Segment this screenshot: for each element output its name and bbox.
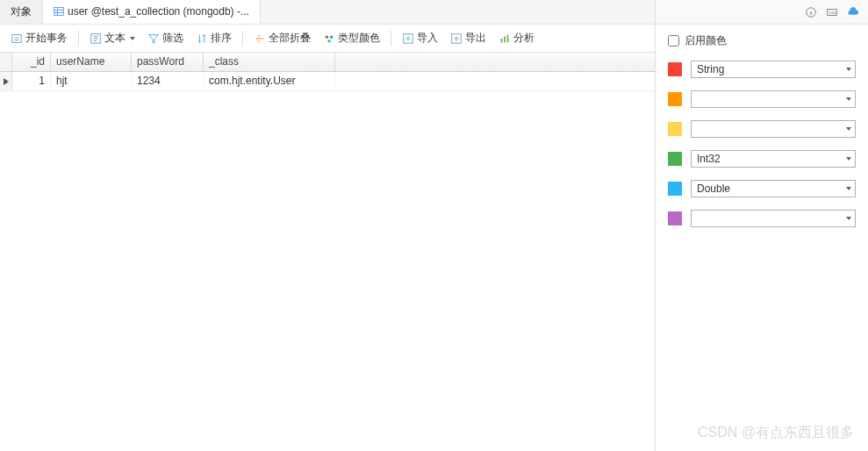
cloud-icon[interactable]: [847, 6, 859, 18]
enable-color-checkbox[interactable]: 启用颜色: [668, 33, 856, 48]
row-marker-header: [0, 53, 12, 71]
color-type-select[interactable]: Int32: [691, 150, 856, 168]
chevron-down-icon: [846, 68, 851, 71]
color-type-label: String: [697, 63, 724, 75]
color-swatch: [668, 211, 682, 226]
enable-color-input[interactable]: [668, 35, 679, 47]
chevron-down-icon: [846, 157, 851, 161]
separator: [242, 31, 243, 47]
col-username[interactable]: userName: [51, 53, 132, 71]
chart-icon: [499, 32, 511, 45]
sort-icon: [196, 32, 208, 45]
tab-label: user @test_a_collection (mongodb) -...: [68, 5, 249, 18]
cell-id[interactable]: 1: [12, 72, 51, 90]
color-row: [668, 90, 856, 108]
color-swatch: [668, 62, 682, 76]
analyze-button[interactable]: 分析: [493, 28, 540, 48]
col-password[interactable]: passWord: [132, 53, 204, 71]
palette-icon: [323, 32, 335, 45]
chevron-down-icon: [846, 187, 851, 190]
col-id[interactable]: _id: [12, 53, 51, 71]
chevron-down-icon: [846, 97, 851, 101]
transaction-icon: [11, 32, 23, 45]
color-row: Int32: [668, 150, 856, 168]
collapse-all-button[interactable]: 全部折叠: [248, 28, 316, 48]
svg-point-8: [327, 39, 331, 42]
export-button[interactable]: 导出: [445, 28, 491, 48]
color-type-select[interactable]: Double: [691, 180, 856, 197]
separator: [391, 31, 391, 47]
chevron-down-icon: [846, 127, 851, 131]
table-row[interactable]: 1 hjt 1234 com.hjt.entity.User: [0, 72, 655, 91]
svg-text:DDL: DDL: [829, 10, 837, 14]
color-row: [668, 210, 856, 227]
svg-rect-0: [54, 8, 64, 16]
filter-icon: [147, 32, 160, 45]
ddl-icon[interactable]: DDL: [826, 6, 838, 18]
cell-class[interactable]: com.hjt.entity.User: [204, 72, 335, 90]
grid-header: _id userName passWord _class: [0, 53, 655, 72]
text-icon: [90, 32, 102, 45]
color-type-select[interactable]: String: [691, 61, 856, 78]
side-toolbar: DDL: [656, 0, 868, 25]
color-type-label: Double: [697, 183, 730, 195]
color-swatch: [668, 182, 682, 196]
tab-bar: 对象 user @test_a_collection (mongodb) -..…: [0, 0, 655, 25]
color-type-select[interactable]: [691, 120, 856, 138]
tab-objects[interactable]: 对象: [0, 0, 43, 24]
color-type-select[interactable]: [691, 90, 856, 108]
color-type-label: Int32: [697, 153, 721, 165]
svg-rect-4: [12, 34, 22, 42]
data-grid: _id userName passWord _class 1 hjt 1234 …: [0, 53, 655, 451]
cell-password[interactable]: 1234: [132, 72, 204, 90]
table-icon: [54, 6, 64, 17]
type-color-button[interactable]: 类型颜色: [318, 28, 385, 48]
chevron-down-icon: [130, 37, 135, 40]
svg-rect-11: [501, 39, 503, 42]
svg-rect-12: [504, 36, 506, 42]
color-row: String: [668, 61, 856, 78]
text-button[interactable]: 文本: [84, 28, 140, 48]
cell-username[interactable]: hjt: [51, 72, 132, 90]
color-swatch: [668, 152, 682, 166]
svg-point-6: [326, 35, 329, 39]
tab-collection[interactable]: user @test_a_collection (mongodb) -...: [43, 0, 261, 24]
tab-label: 对象: [11, 4, 32, 19]
color-swatch: [668, 122, 682, 136]
export-icon: [450, 32, 463, 45]
color-swatch: [668, 92, 682, 106]
import-button[interactable]: 导入: [397, 28, 443, 48]
separator: [78, 31, 79, 47]
toolbar: 开始事务 文本 筛选 排序 全部折叠 类型颜: [0, 25, 655, 53]
col-class[interactable]: _class: [204, 53, 335, 71]
svg-point-7: [330, 35, 334, 39]
filter-button[interactable]: 筛选: [142, 28, 189, 48]
color-row: [668, 120, 856, 138]
row-marker: [0, 72, 12, 90]
collapse-icon: [254, 32, 266, 45]
begin-transaction-button[interactable]: 开始事务: [5, 28, 73, 48]
sort-button[interactable]: 排序: [190, 28, 237, 48]
chevron-down-icon: [846, 217, 851, 220]
color-type-select[interactable]: [691, 210, 856, 227]
info-icon[interactable]: [805, 6, 817, 18]
svg-rect-13: [507, 34, 509, 42]
color-row: Double: [668, 180, 856, 197]
import-icon: [402, 32, 414, 45]
